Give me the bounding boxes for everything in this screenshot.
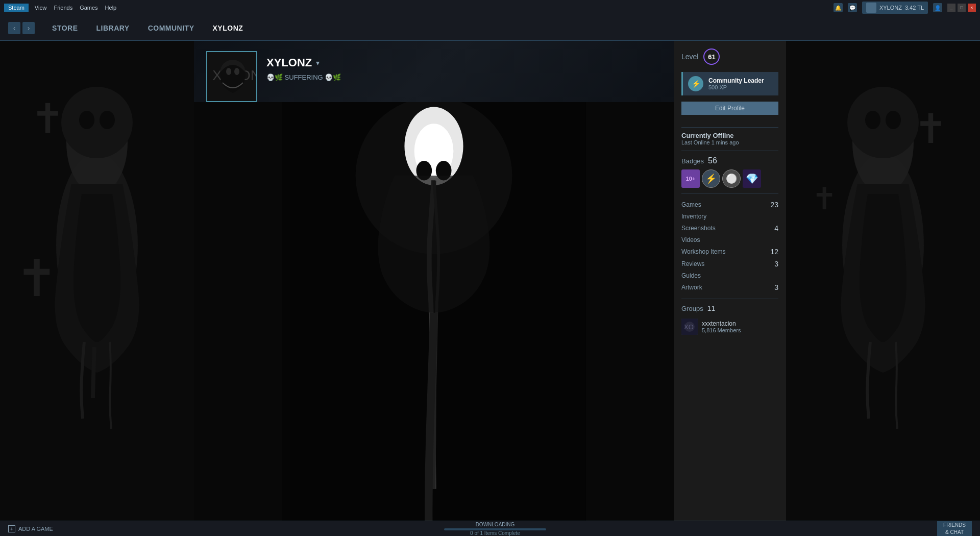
titlebar-menu: View Friends Games Help <box>35 5 116 11</box>
maximize-button[interactable]: □ <box>958 4 966 12</box>
svg-text:✝: ✝ <box>812 182 837 216</box>
friends-menu[interactable]: Friends <box>54 5 72 11</box>
bg-left: ✝ ✝ ✝ <box>0 41 194 521</box>
svg-point-36 <box>865 111 880 129</box>
badge-bolt[interactable]: ⚡ <box>702 169 720 188</box>
stat-workshop-label: Workshop Items <box>681 248 725 255</box>
group-item-xxxtentacion[interactable]: XO xxxtentacion 5,816 Members <box>681 316 778 337</box>
avatar-container: XYLONZ <box>206 51 257 102</box>
divider-3 <box>681 193 778 193</box>
user-avatar-small <box>866 3 876 13</box>
stat-reviews[interactable]: Reviews 3 <box>681 258 778 270</box>
notification-icon[interactable]: 🔔 <box>834 3 843 12</box>
svg-point-35 <box>847 87 919 158</box>
steam-menu-button[interactable]: Steam <box>4 4 29 12</box>
navbar: ‹ › STORE LIBRARY COMMUNITY XYLONZ <box>0 15 980 41</box>
stat-guides-label: Guides <box>681 272 701 279</box>
stat-inventory[interactable]: Inventory <box>681 211 778 222</box>
badges-row: Badges 56 <box>681 156 778 165</box>
download-sub: 0 of 1 Items Complete <box>470 530 520 536</box>
badges-count: 56 <box>708 156 717 165</box>
stat-reviews-value: 3 <box>774 260 778 268</box>
nav-library[interactable]: LIBRARY <box>87 15 138 41</box>
username-row: XYLONZ ▾ <box>266 56 662 69</box>
edit-profile-button[interactable]: Edit Profile <box>681 102 778 115</box>
user-name: XYLONZ <box>879 5 902 11</box>
stat-guides[interactable]: Guides <box>681 270 778 281</box>
svg-point-8 <box>100 111 115 129</box>
add-game-button[interactable]: + ADD A GAME <box>8 525 53 532</box>
online-status: Currently Offline Last Online 1 mins ago <box>681 132 778 145</box>
profile-username: XYLONZ <box>266 56 312 69</box>
plus-icon: + <box>8 525 15 532</box>
titlebar-right: 🔔 💬 XYLONZ 3.42 TL 👤 _ □ × <box>834 2 976 14</box>
svg-text:XO: XO <box>684 323 694 331</box>
badge-icons-row: 10+ ⚡ ⚪ 💎 <box>681 169 778 188</box>
level-label: Level <box>681 53 698 61</box>
svg-text:✝: ✝ <box>914 106 948 152</box>
divider-2 <box>681 151 778 151</box>
svg-point-14 <box>234 68 239 75</box>
profile-info: XYLONZ ▾ 💀🌿 SUFFERING 💀🌿 <box>266 51 662 81</box>
achievement-xp: 500 XP <box>708 84 764 90</box>
profile-area: XYLONZ XYLONZ ▾ 💀🌿 SUFFERING 💀🌿 <box>194 41 674 521</box>
status-label: Currently Offline <box>681 132 778 139</box>
badges-label: Badges <box>681 157 704 165</box>
user-info[interactable]: XYLONZ 3.42 TL <box>862 2 928 14</box>
nav-store[interactable]: STORE <box>43 15 87 41</box>
stat-screenshots[interactable]: Screenshots 4 <box>681 222 778 234</box>
achievement-icon: ⚡ <box>688 76 703 91</box>
svg-rect-17 <box>585 102 674 521</box>
badge-orb[interactable]: ⚪ <box>722 169 741 188</box>
profile-content-wrapper: ╫ ✝ <box>194 102 674 521</box>
status-sublabel: Last Online 1 mins ago <box>681 139 778 145</box>
groups-label: Groups <box>681 305 703 312</box>
stat-videos[interactable]: Videos <box>681 234 778 246</box>
friends-chat-button[interactable]: FRIENDS& CHAT <box>937 520 972 537</box>
stats-section: Games 23 Inventory Screenshots 4 Videos … <box>681 199 778 294</box>
badge-diamond[interactable]: 💎 <box>743 169 761 188</box>
profile-header: XYLONZ XYLONZ ▾ 💀🌿 SUFFERING 💀🌿 <box>194 41 674 102</box>
titlebar-left: Steam View Friends Games Help <box>4 4 116 12</box>
chat-icon[interactable]: 💬 <box>848 3 857 12</box>
group-avatar: XO <box>681 319 698 335</box>
bottombar: + ADD A GAME DOWNLOADING 0 of 1 Items Co… <box>0 521 980 536</box>
group-members: 5,816 Members <box>702 327 741 333</box>
level-section: Level 61 <box>681 48 778 65</box>
groups-count: 11 <box>707 304 716 312</box>
username-dropdown-arrow[interactable]: ▾ <box>316 59 320 67</box>
level-badge: 61 <box>703 48 720 65</box>
help-menu[interactable]: Help <box>105 5 117 11</box>
divider-1 <box>681 127 778 128</box>
titlebar: Steam View Friends Games Help 🔔 💬 XYLONZ… <box>0 0 980 15</box>
stat-artwork[interactable]: Artwork 3 <box>681 281 778 294</box>
achievement-banner[interactable]: ⚡ Community Leader 500 XP <box>681 72 778 95</box>
stat-screenshots-label: Screenshots <box>681 225 716 232</box>
stat-games-label: Games <box>681 201 701 208</box>
svg-point-37 <box>886 111 901 129</box>
back-button[interactable]: ‹ <box>8 22 20 34</box>
bg-decoration-left: ✝ ✝ ✝ <box>0 41 194 521</box>
close-button[interactable]: × <box>968 4 976 12</box>
user-balance: 3.42 TL <box>905 5 924 11</box>
view-menu[interactable]: View <box>35 5 47 11</box>
artwork-background: ╫ ✝ <box>194 102 674 521</box>
games-menu[interactable]: Games <box>80 5 97 11</box>
bg-right: ✝ ✝ ✝ <box>786 41 980 521</box>
achievement-name: Community Leader <box>708 77 764 84</box>
badge-10plus[interactable]: 10+ <box>681 169 700 188</box>
stat-artwork-label: Artwork <box>681 284 702 291</box>
stat-screenshots-value: 4 <box>774 224 778 232</box>
stat-workshop[interactable]: Workshop Items 12 <box>681 246 778 258</box>
profile-avatar[interactable]: XYLONZ <box>206 51 257 102</box>
stat-artwork-value: 3 <box>774 283 778 291</box>
minimize-button[interactable]: _ <box>947 4 955 12</box>
download-section: DOWNLOADING 0 of 1 Items Complete <box>444 522 546 536</box>
friends-icon[interactable]: 👤 <box>933 3 942 12</box>
stat-games[interactable]: Games 23 <box>681 199 778 211</box>
svg-point-6 <box>61 87 133 158</box>
nav-xylonz[interactable]: XYLONZ <box>204 15 253 41</box>
nav-community[interactable]: COMMUNITY <box>139 15 204 41</box>
forward-button[interactable]: › <box>22 22 35 34</box>
bg-decoration-right: ✝ ✝ ✝ <box>786 41 980 521</box>
